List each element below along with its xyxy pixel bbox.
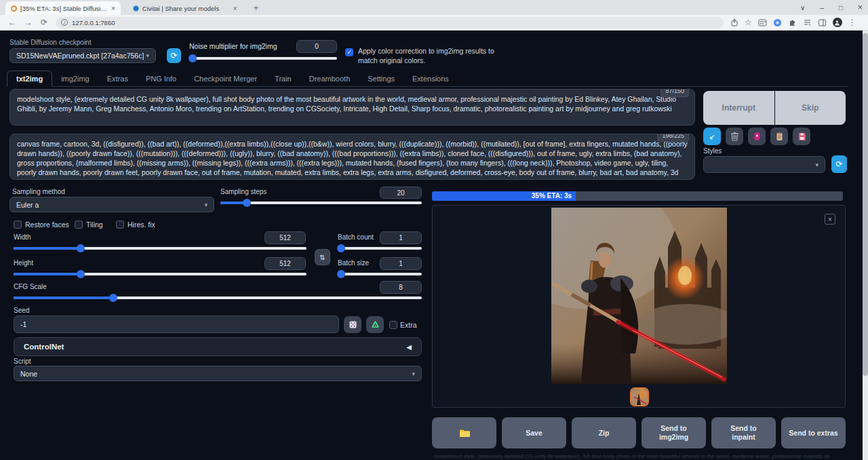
back-icon[interactable]: ← bbox=[8, 18, 16, 27]
sampling-steps-slider[interactable] bbox=[220, 202, 422, 204]
send-to-extras-button[interactable]: Send to extras bbox=[781, 417, 846, 448]
styles-refresh-button[interactable]: ⟳ bbox=[831, 155, 847, 173]
output-buttons-row: Save Zip Send to img2img Send to inpaint… bbox=[432, 417, 846, 448]
hires-fix-checkbox[interactable] bbox=[116, 221, 124, 229]
tab-checkpoint-merger[interactable]: Checkpoint Merger bbox=[185, 71, 266, 86]
new-tab-button[interactable]: + bbox=[250, 1, 263, 15]
output-image-panel: × bbox=[432, 205, 846, 408]
interrupt-button[interactable]: Interrupt bbox=[703, 91, 774, 125]
forward-icon[interactable]: → bbox=[24, 18, 33, 27]
reading-list-icon[interactable] bbox=[803, 18, 812, 27]
slider-handle[interactable] bbox=[337, 270, 345, 278]
sampling-steps-input[interactable]: 20 bbox=[380, 187, 422, 199]
extension-blue-circle-icon[interactable] bbox=[773, 18, 782, 27]
cfg-scale-slider[interactable] bbox=[14, 296, 422, 299]
controlnet-accordion[interactable]: ControlNet ◀ bbox=[14, 337, 422, 356]
width-slider[interactable] bbox=[14, 247, 307, 250]
generated-image[interactable] bbox=[551, 208, 727, 384]
extra-seed-checkbox[interactable] bbox=[389, 321, 397, 329]
slider-handle[interactable] bbox=[243, 199, 251, 207]
send-to-inpaint-button[interactable]: Send to inpaint bbox=[711, 417, 776, 448]
save-button[interactable]: Save bbox=[502, 417, 566, 448]
tab-extras[interactable]: Extras bbox=[98, 71, 137, 86]
clear-prompt-button[interactable] bbox=[726, 128, 743, 145]
tab-close-icon[interactable]: × bbox=[233, 5, 237, 12]
skip-button[interactable]: Skip bbox=[775, 91, 846, 125]
page-scrollbar[interactable] bbox=[863, 31, 868, 460]
styles-dropdown[interactable]: ▾ bbox=[703, 156, 825, 173]
tab-settings[interactable]: Settings bbox=[359, 71, 403, 86]
tab-extensions[interactable]: Extensions bbox=[403, 71, 458, 86]
scrollbar-thumb[interactable] bbox=[863, 33, 868, 376]
slider-handle[interactable] bbox=[109, 294, 117, 302]
address-bar[interactable]: i 127.0.0.1:7860 bbox=[56, 17, 724, 28]
noise-multiplier-input[interactable]: 0 bbox=[296, 40, 337, 53]
height-slider[interactable] bbox=[14, 273, 307, 275]
site-info-icon[interactable]: i bbox=[61, 19, 68, 26]
prompt-token-counter: 87/150 bbox=[660, 89, 689, 97]
random-seed-button[interactable] bbox=[344, 316, 361, 333]
slider-handle[interactable] bbox=[77, 244, 85, 252]
window-close-button[interactable]: × bbox=[858, 3, 863, 12]
script-dropdown[interactable]: None ▾ bbox=[14, 366, 422, 381]
side-panel-icon[interactable] bbox=[818, 18, 827, 27]
batch-count-input[interactable]: 1 bbox=[380, 231, 422, 244]
checkpoint-dropdown[interactable]: SD15NewVAEpruned.ckpt [27a4ac756c] ▾ bbox=[9, 48, 156, 63]
cfg-scale-input[interactable]: 8 bbox=[380, 281, 422, 294]
seed-input[interactable]: -1 bbox=[14, 315, 339, 333]
checkpoint-refresh-button[interactable]: ⟳ bbox=[167, 48, 181, 63]
reuse-seed-button[interactable] bbox=[366, 316, 384, 333]
seed-label: Seed bbox=[14, 307, 29, 314]
cfg-scale-value: 8 bbox=[399, 284, 403, 291]
prompt-textarea[interactable]: modelshoot style, (extremely detailed CG… bbox=[9, 89, 695, 126]
tiling-checkbox[interactable] bbox=[75, 221, 83, 229]
color-correction-checkbox[interactable]: ✓ bbox=[345, 48, 353, 56]
tab-img2img[interactable]: img2img bbox=[52, 71, 98, 86]
paste-generation-params-button[interactable]: ↙ bbox=[703, 128, 721, 145]
save-style-button[interactable] bbox=[793, 128, 810, 145]
noise-multiplier-slider[interactable] bbox=[191, 57, 337, 60]
trash-icon bbox=[730, 132, 739, 141]
swap-dimensions-button[interactable]: ⇅ bbox=[315, 249, 330, 265]
batch-size-slider[interactable] bbox=[338, 273, 422, 275]
toolbar-right-icons: ☆ ⋮ bbox=[730, 18, 856, 27]
extra-networks-button[interactable] bbox=[748, 128, 766, 145]
window-minimize-button[interactable]: – bbox=[820, 4, 824, 12]
slider-handle[interactable] bbox=[189, 54, 197, 62]
slider-handle[interactable] bbox=[337, 244, 345, 252]
chevron-down-icon: ▾ bbox=[815, 161, 818, 168]
menu-kebab-icon[interactable]: ⋮ bbox=[848, 18, 856, 27]
negative-prompt-textarea[interactable]: canvas frame, cartoon, 3d, ((disfigured)… bbox=[9, 134, 695, 180]
zip-button[interactable]: Zip bbox=[572, 417, 636, 448]
profile-avatar[interactable] bbox=[833, 18, 842, 27]
tab-png-info[interactable]: PNG Info bbox=[137, 71, 185, 86]
send-to-inpaint-label: Send to inpaint bbox=[724, 424, 764, 442]
height-input[interactable]: 512 bbox=[264, 257, 306, 270]
browser-tab-stable-diffusion[interactable]: [35% ETA: 3s] Stable Diffusion × bbox=[5, 1, 121, 15]
close-image-button[interactable]: × bbox=[825, 214, 835, 225]
open-folder-button[interactable] bbox=[432, 417, 496, 448]
width-input[interactable]: 512 bbox=[264, 231, 306, 244]
browser-tab-title: [35% ETA: 3s] Stable Diffusion bbox=[20, 5, 107, 12]
slider-handle[interactable] bbox=[77, 270, 85, 278]
batch-size-input[interactable]: 1 bbox=[380, 257, 422, 270]
send-to-img2img-button[interactable]: Send to img2img bbox=[642, 417, 706, 448]
browser-tab-civitai[interactable]: Civitai | Share your models × bbox=[127, 1, 243, 15]
refresh-icon: ⟳ bbox=[170, 51, 177, 60]
extension-grid-icon[interactable] bbox=[758, 18, 767, 27]
apply-style-button[interactable] bbox=[770, 128, 788, 145]
batch-count-slider[interactable] bbox=[338, 247, 422, 250]
restore-faces-checkbox[interactable] bbox=[14, 221, 22, 229]
gallery-thumbnail-selected[interactable] bbox=[630, 387, 649, 406]
tab-train[interactable]: Train bbox=[266, 71, 300, 86]
sampling-method-dropdown[interactable]: Euler a ▾ bbox=[9, 197, 214, 212]
tab-search-icon[interactable]: ∨ bbox=[800, 4, 805, 12]
reload-icon[interactable]: ⟳ bbox=[41, 18, 47, 27]
tab-dreambooth[interactable]: Dreambooth bbox=[300, 71, 359, 86]
window-maximize-button[interactable]: □ bbox=[839, 4, 843, 12]
bookmark-star-icon[interactable]: ☆ bbox=[745, 18, 752, 27]
tab-close-icon[interactable]: × bbox=[111, 5, 115, 12]
share-icon[interactable] bbox=[730, 18, 738, 26]
extensions-puzzle-icon[interactable] bbox=[788, 18, 797, 27]
tab-txt2img[interactable]: txt2img bbox=[7, 71, 52, 87]
